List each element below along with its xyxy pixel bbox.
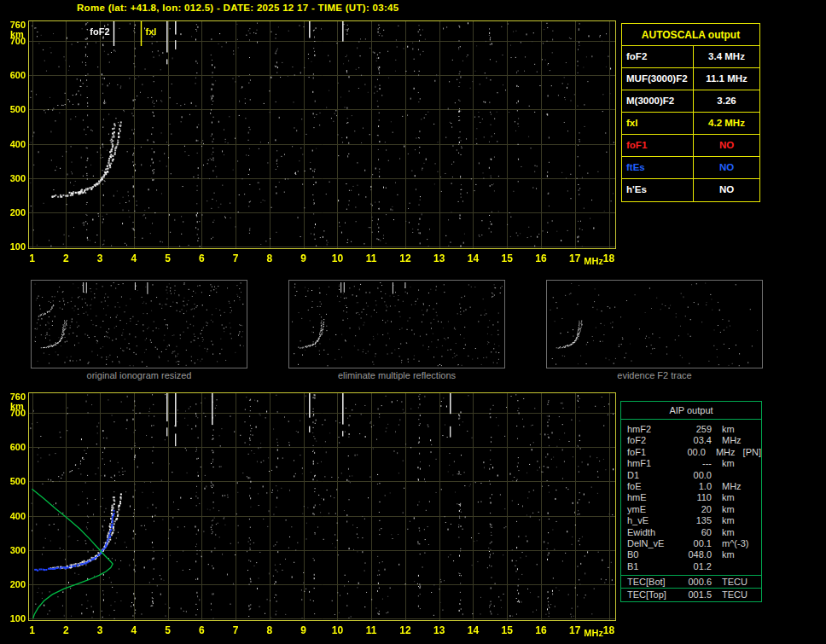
aip-row: h_vE135km (621, 515, 761, 526)
aip-row: ymE20km (621, 504, 761, 515)
thumbnail-original-ionogram (31, 280, 247, 368)
aip-row: foE1.0MHz (621, 481, 761, 492)
autoscala-row: fxl4.2 MHz (622, 113, 759, 135)
aip-tec-row: TEC[Top]001.5TECU (621, 588, 761, 600)
aip-table-header: AIP output (621, 402, 761, 420)
aip-row-value: 60 (672, 527, 712, 538)
aip-row-extra (749, 435, 761, 446)
aip-row-unit (712, 470, 749, 481)
autoscala-row-label: MUF(3000)F2 (622, 68, 694, 90)
aip-row-unit: km (712, 549, 749, 560)
autoscala-row-label: M(3000)F2 (622, 90, 694, 112)
aip-table-body: hmF2259kmfoF203.4MHzfoF100.0MHz[PN]hmF1-… (621, 420, 761, 575)
aip-row-label: hmF2 (621, 424, 672, 435)
autoscala-row-value: 3.26 (694, 90, 759, 112)
aip-tec-row: TEC[Bot]000.6TECU (621, 575, 761, 588)
aip-tec-label: TEC[Top] (621, 589, 672, 600)
aip-row-extra (749, 561, 761, 572)
aip-row-extra (749, 458, 761, 469)
autoscala-row: h'EsNO (622, 179, 759, 201)
aip-row-extra: [PN] (742, 447, 761, 458)
autoscala-row-label: ftEs (622, 157, 694, 178)
aip-row-value: 01.2 (672, 561, 712, 572)
aip-row-label: B1 (621, 561, 672, 572)
aip-row-unit: m^(-3) (712, 538, 749, 549)
aip-row: foF100.0MHz[PN] (621, 447, 761, 458)
thumbnail-caption-evidence: evidence F2 trace (546, 370, 763, 380)
aip-row-value: 03.4 (672, 435, 712, 446)
aip-row-extra (749, 515, 761, 526)
autoscala-row: foF1NO (622, 135, 759, 157)
aip-tec-value: 000.6 (672, 577, 712, 588)
autoscala-row: M(3000)F23.26 (622, 90, 759, 113)
aip-row-unit: km (712, 515, 749, 526)
aip-row: D100.0 (621, 470, 761, 481)
aip-row-extra (749, 527, 761, 538)
autoscala-row-label: foF1 (622, 135, 694, 156)
autoscala-row-label: foF2 (622, 46, 694, 67)
aip-row-value: 00.1 (672, 538, 712, 549)
autoscala-row-value: 3.4 MHz (694, 46, 759, 67)
aip-row: Ewidth60km (621, 527, 761, 538)
aip-row-label: ymE (621, 504, 672, 515)
thumbnail-evidence-f2-trace (546, 280, 763, 368)
aip-row-unit: MHz (712, 435, 749, 446)
aip-row-extra (749, 504, 761, 515)
autoscala-row: MUF(3000)F211.1 MHz (622, 68, 759, 90)
autoscala-row-value: NO (694, 179, 759, 201)
aip-row: hmE110km (621, 492, 761, 503)
aip-row-label: B0 (621, 549, 672, 560)
thumbnail-evidence-f2-canvas (547, 281, 762, 368)
aip-row-unit: km (712, 504, 749, 515)
thumbnail-eliminate-reflections (288, 280, 505, 368)
aip-row-label: h_vE (621, 515, 672, 526)
aip-output-table: AIP output hmF2259kmfoF203.4MHzfoF100.0M… (620, 401, 762, 602)
aip-tec-unit: TECU (712, 589, 749, 600)
aip-row-label: DelN_vE (621, 538, 672, 549)
aip-tec-extra (749, 577, 761, 588)
aip-row-label: foF2 (621, 435, 672, 446)
aip-row-label: hmE (621, 492, 672, 503)
aip-row-value: 135 (672, 515, 712, 526)
autoscala-output-table: AUTOSCALA output foF23.4 MHzMUF(3000)F21… (621, 23, 760, 202)
aip-tec-unit: TECU (712, 577, 749, 588)
bottom-ionogram-plot (3, 389, 623, 641)
aip-row: DelN_vE00.1m^(-3) (621, 538, 761, 549)
aip-row-unit (712, 561, 749, 572)
aip-row-extra (749, 424, 761, 435)
autoscala-table-header: AUTOSCALA output (622, 24, 759, 46)
aip-row-value: 110 (672, 492, 712, 503)
autoscala-row: ftEsNO (622, 157, 759, 179)
aip-row-value: 20 (672, 504, 712, 515)
aip-tec-label: TEC[Bot] (621, 577, 672, 588)
autoscala-table-body: foF23.4 MHzMUF(3000)F211.1 MHzM(3000)F23… (622, 46, 759, 201)
autoscala-row-value: 11.1 MHz (694, 68, 759, 90)
aip-row-value: 00.0 (672, 470, 712, 481)
aip-row-unit: km (712, 527, 749, 538)
autoscala-row: foF23.4 MHz (622, 46, 759, 68)
aip-row: foF203.4MHz (621, 435, 761, 446)
aip-row-label: foE (621, 481, 672, 492)
aip-row-value: 00.0 (669, 447, 706, 458)
aip-row-label: D1 (621, 470, 672, 481)
autoscala-row-label: h'Es (622, 179, 694, 201)
aip-row-extra (749, 470, 761, 481)
aip-row: B0048.0km (621, 549, 761, 560)
aip-row-value: --- (672, 458, 712, 469)
aip-tec-value: 001.5 (672, 589, 712, 600)
aip-row-label: Ewidth (621, 527, 672, 538)
aip-row-extra (749, 481, 761, 492)
thumbnail-caption-original: original ionogram resized (31, 370, 247, 380)
aip-row-extra (749, 492, 761, 503)
aip-row-unit: km (712, 458, 749, 469)
autoscala-row-value: NO (694, 157, 759, 178)
station-title: Rome (lat: +41.8, lon: 012.5) - DATE: 20… (77, 3, 398, 13)
aip-row: hmF2259km (621, 424, 761, 435)
thumbnail-caption-eliminate: eliminate multiple reflections (288, 370, 505, 380)
autoscala-row-label: fxl (622, 113, 694, 134)
aip-tec-extra (749, 589, 761, 600)
autoscala-row-value: 4.2 MHz (694, 113, 759, 134)
aip-row-extra (749, 549, 761, 560)
aip-row-value: 259 (672, 424, 712, 435)
aip-row-label: hmF1 (621, 458, 672, 469)
